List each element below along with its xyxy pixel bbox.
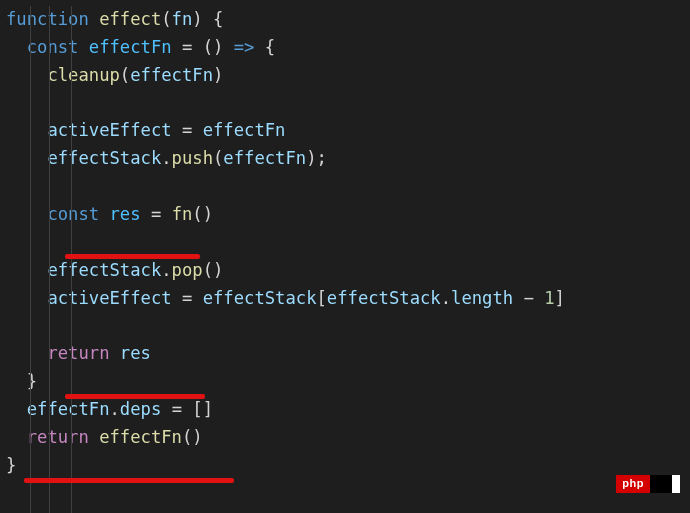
kw-return-2: return [27, 427, 89, 447]
arg-effectFn-2: effectFn [223, 148, 306, 168]
kw-return: return [47, 343, 109, 363]
var-effectFn: effectFn [89, 37, 172, 57]
var-res: res [110, 204, 141, 224]
kw-const-2: const [47, 204, 99, 224]
rhs-effectFn: effectFn [203, 120, 286, 140]
fn-effect: effect [99, 9, 161, 29]
kw-function: function [6, 9, 89, 29]
watermark: php [616, 475, 680, 493]
obj-effectStack: effectStack [47, 148, 161, 168]
lhs-activeEffect-2: activeEffect [47, 288, 171, 308]
watermark-block [650, 475, 672, 493]
obj-effectStack-2: effectStack [47, 260, 161, 280]
underline-1 [65, 254, 200, 259]
ret-res: res [120, 343, 151, 363]
rhs-effectStack: effectStack [203, 288, 317, 308]
prop-deps: deps [120, 399, 161, 419]
lhs-activeEffect: activeEffect [47, 120, 171, 140]
call-fn: fn [172, 204, 193, 224]
arg-effectFn: effectFn [130, 65, 213, 85]
arrow: => [234, 37, 255, 57]
watermark-brand: php [616, 475, 650, 493]
method-push: push [172, 148, 213, 168]
call-effectFn: effectFn [99, 427, 182, 447]
underline-3 [24, 478, 234, 483]
code-block: function effect(fn) { const effectFn = (… [6, 6, 690, 480]
call-cleanup: cleanup [47, 65, 119, 85]
param-fn: fn [172, 9, 193, 29]
underline-2 [65, 394, 205, 399]
obj-effectFn-2: effectFn [27, 399, 110, 419]
op-minus: − [524, 288, 534, 308]
watermark-tail [672, 475, 680, 493]
method-pop: pop [172, 260, 203, 280]
idx-length: length [451, 288, 513, 308]
kw-const: const [27, 37, 79, 57]
num-one: 1 [544, 288, 554, 308]
idx-effectStack: effectStack [327, 288, 441, 308]
